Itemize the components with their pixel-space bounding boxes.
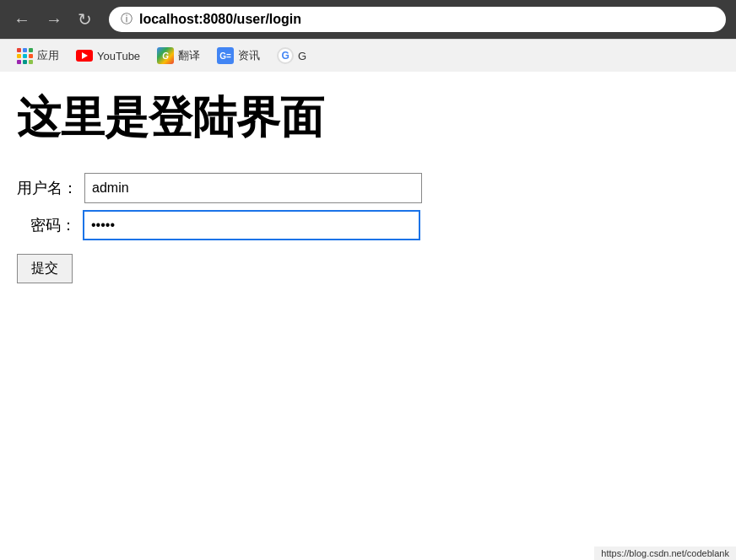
apps-icon (17, 48, 33, 64)
bookmarks-bar: 应用 YouTube G 翻译 G= 资讯 G G (0, 39, 736, 72)
gnews-icon: G= (217, 47, 234, 64)
browser-chrome: ← → ↻ ⓘ localhost:8080/user/login 应用 (0, 0, 736, 72)
username-row: 用户名： (17, 173, 719, 203)
username-label: 用户名： (17, 178, 78, 198)
google-icon: G (277, 47, 294, 64)
bookmark-news[interactable]: G= 资讯 (210, 45, 267, 67)
nav-buttons: ← → ↻ (10, 9, 95, 30)
bookmark-news-label: 资讯 (238, 48, 260, 63)
browser-toolbar: ← → ↻ ⓘ localhost:8080/user/login (0, 0, 736, 39)
bookmark-youtube-label: YouTube (97, 50, 140, 62)
submit-button[interactable]: 提交 (17, 254, 73, 283)
password-row: 密码： (17, 210, 719, 240)
bookmark-translate[interactable]: G 翻译 (150, 45, 207, 67)
password-input[interactable] (83, 210, 420, 240)
username-input[interactable] (84, 173, 422, 203)
bookmark-apps-label: 应用 (37, 48, 59, 63)
forward-button[interactable]: → (42, 9, 66, 30)
bookmark-translate-label: 翻译 (178, 48, 200, 63)
address-bar[interactable]: ⓘ localhost:8080/user/login (109, 7, 726, 32)
url-text: localhost:8080/user/login (139, 12, 301, 27)
reload-button[interactable]: ↻ (74, 9, 95, 30)
page-title: 这里是登陆界面 (17, 89, 719, 148)
login-form: 用户名： 密码： 提交 (17, 173, 719, 290)
bookmark-google[interactable]: G G (270, 45, 313, 67)
youtube-icon (76, 50, 93, 62)
bookmark-apps[interactable]: 应用 (10, 46, 66, 67)
bookmark-youtube[interactable]: YouTube (69, 47, 147, 65)
back-button[interactable]: ← (10, 9, 34, 30)
info-icon: ⓘ (121, 12, 133, 27)
gtranslate-icon: G (157, 47, 174, 64)
submit-row: 提交 (17, 247, 719, 283)
bookmark-google-label: G (298, 50, 306, 62)
password-label: 密码： (17, 215, 76, 235)
status-bar: https://blog.csdn.net/codeblank (594, 547, 736, 560)
status-url: https://blog.csdn.net/codeblank (601, 548, 729, 558)
page-content: 这里是登陆界面 用户名： 密码： 提交 (0, 72, 736, 307)
